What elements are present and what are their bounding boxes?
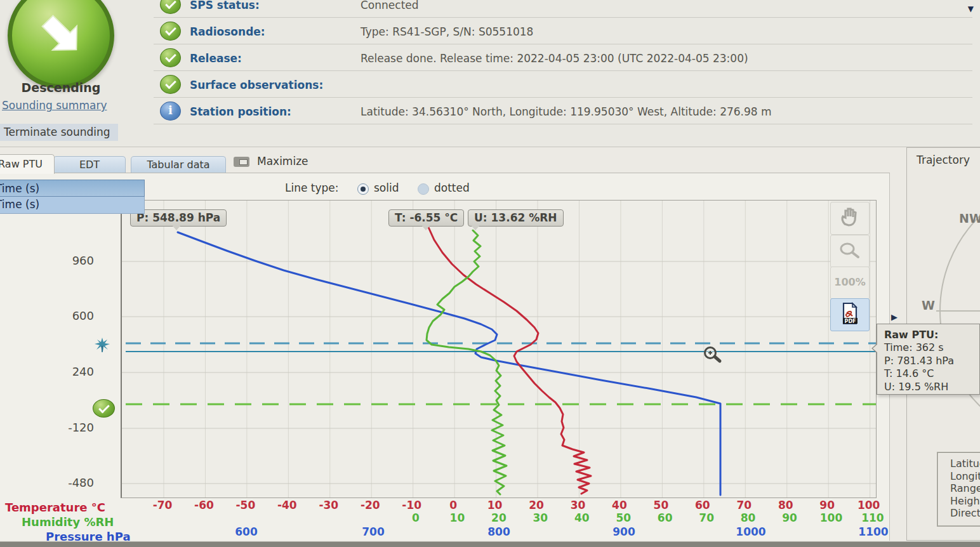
status-value: Type: RS41-SGP, S/N: S0551018 (361, 25, 533, 38)
x-tick-label: 70 (736, 499, 752, 511)
status-row: Radiosonde:Type: RS41-SGP, S/N: S0551018 (154, 18, 972, 44)
panel-divider (0, 173, 890, 173)
x-tick-label: 60 (658, 511, 673, 524)
pdf-icon: PDF (831, 299, 868, 329)
status-label: Release: (190, 52, 242, 65)
info-line: Latitude (950, 458, 980, 470)
x-tick-label: 700 (362, 525, 385, 538)
y-tick-label: 600 (37, 309, 94, 322)
y-tick-label: -120 (37, 421, 94, 434)
humidity-callout: U: 13.62 %RH (468, 209, 564, 227)
x-tick-label: 20 (529, 499, 544, 511)
y-axis-variable-select[interactable]: Time (s) (0, 180, 145, 197)
tooltip-line: U: 19.5 %RH (884, 381, 979, 394)
x-tick-label: -60 (194, 499, 214, 511)
status-row: SPS status:Connected (154, 0, 972, 18)
solid-radio-label[interactable]: solid (374, 181, 399, 194)
x-tick-label: 70 (699, 511, 714, 524)
info-line: Direction (950, 507, 980, 520)
temperature-axis-label: Temperature °C (5, 501, 105, 514)
pan-tool-button[interactable] (830, 202, 870, 235)
x-tick-label: 30 (571, 499, 586, 511)
x-tick-label: 900 (612, 525, 635, 538)
status-value: Connected (361, 0, 419, 11)
series-temperature (428, 226, 591, 494)
app-window: Descending Sounding summary Terminate so… (0, 0, 980, 547)
x-tick-label: 0 (449, 499, 457, 511)
x-tick-label: 50 (616, 511, 631, 524)
tooltip-line: P: 781.43 hPa (884, 355, 979, 368)
status-row: Surface observations: (154, 71, 972, 98)
x-tick-label: 10 (450, 511, 465, 524)
trajectory-info-box: LatitudeLongitudeRangeHeightDirection (937, 452, 980, 527)
y-axis-select-dropdown[interactable]: Time (s) (0, 197, 145, 214)
line-type-label: Line type: (285, 181, 339, 194)
status-row: Station position:Latitude: 34.56310° Nor… (154, 98, 972, 124)
compass-w-label: W (922, 298, 935, 312)
bottom-edge-bar (0, 541, 980, 547)
check-icon (160, 75, 181, 94)
export-pdf-button[interactable]: PDF (830, 298, 870, 331)
zoom-cursor-icon (702, 345, 725, 367)
x-tick-label: 90 (782, 511, 797, 524)
check-icon (160, 0, 181, 14)
chevron-down-icon[interactable]: ▼ (968, 4, 974, 13)
x-tick-label: 50 (654, 499, 669, 511)
check-icon (160, 48, 181, 67)
maximize-label: Maximize (257, 155, 308, 168)
x-tick-label: 100 (820, 511, 843, 524)
x-tick-label: 1000 (736, 525, 765, 538)
x-tick-label: -10 (402, 499, 421, 511)
x-tick-label: 110 (861, 511, 884, 524)
info-line: Height (950, 495, 980, 508)
compass-nw-label: NW (959, 211, 980, 225)
x-tick-label: 100 (858, 499, 880, 511)
status-value: Release done. Release time: 2022-04-05 2… (361, 52, 748, 65)
x-tick-label: 0 (412, 511, 420, 524)
y-tick-label: 960 (37, 254, 94, 267)
line-type-solid-radio[interactable] (357, 183, 369, 195)
x-tick-label: -20 (361, 499, 380, 511)
check-icon (160, 22, 181, 41)
x-tick-label: 40 (612, 499, 627, 511)
x-tick-label: -40 (277, 499, 297, 511)
release-level-check-icon (93, 399, 115, 418)
status-label: Station position: (190, 105, 291, 118)
x-tick-label: 600 (235, 525, 258, 538)
plot-area[interactable] (121, 200, 877, 498)
terminate-sounding-button[interactable]: Terminate sounding (0, 124, 118, 141)
info-line: Range (950, 482, 980, 495)
descending-phase-button[interactable] (8, 0, 114, 89)
dropdown-option[interactable]: Time (s) (0, 197, 144, 213)
zoom-level-button[interactable]: 100% (830, 267, 870, 300)
tab-edt[interactable]: EDT (53, 156, 126, 173)
x-tick-label: 800 (487, 525, 510, 538)
status-value: Latitude: 34.56310° North, Longitude: 11… (361, 105, 772, 118)
svg-text:PDF: PDF (845, 319, 856, 324)
sonde-position-icon (94, 337, 110, 355)
x-tick-label: 80 (741, 511, 756, 524)
tooltip-title: Raw PTU: (884, 328, 979, 341)
series-humidity (427, 230, 507, 494)
maximize-icon (234, 157, 249, 167)
tab-raw-ptu[interactable]: Raw PTU (0, 154, 55, 174)
status-rows: SPS status:ConnectedRadiosonde:Type: RS4… (154, 0, 972, 124)
line-type-dotted-radio[interactable] (418, 183, 429, 195)
raw-ptu-tooltip: Raw PTU: Time: 362 sP: 781.43 hPaT: 14.6… (877, 324, 980, 395)
x-tick-label: -70 (153, 499, 173, 511)
tab-tabular-data[interactable]: Tabular data (131, 156, 226, 173)
x-tick-label: 40 (574, 511, 590, 524)
tooltip-line: T: 14.6 °C (884, 367, 979, 381)
status-row: Release:Release done. Release time: 2022… (154, 44, 972, 71)
dotted-radio-label[interactable]: dotted (434, 181, 470, 194)
status-label: SPS status: (190, 0, 260, 11)
x-tick-label: 1100 (858, 525, 888, 538)
sounding-summary-link[interactable]: Sounding summary (2, 99, 107, 112)
sounding-status-panel: Descending Sounding summary Terminate so… (0, 0, 980, 147)
series-pressure (178, 232, 720, 495)
status-label: Radiosonde: (190, 25, 265, 38)
x-tick-label: 80 (778, 499, 793, 511)
zoom-tool-button[interactable] (830, 235, 870, 268)
tooltip-line: Time: 362 s (884, 341, 979, 355)
x-tick-label: -50 (236, 499, 256, 511)
